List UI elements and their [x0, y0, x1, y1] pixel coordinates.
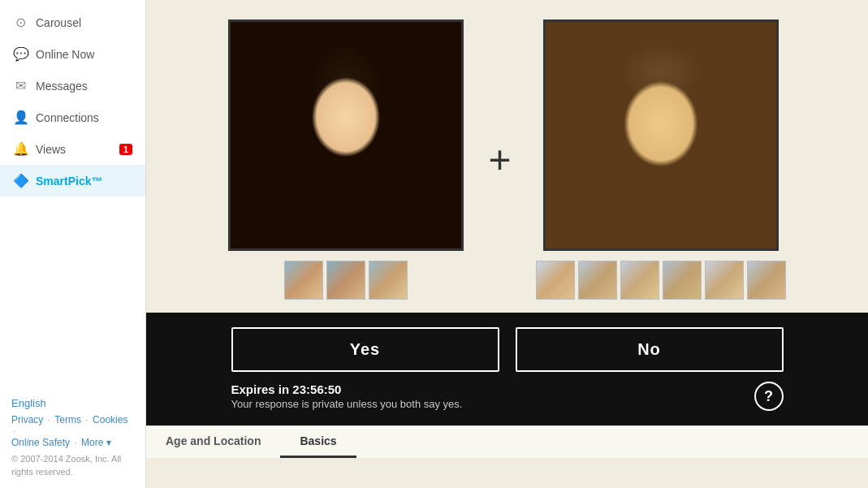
female-photo-image [231, 22, 461, 248]
female-thumb-2[interactable] [326, 261, 365, 300]
nav-item-views[interactable]: 🔔 Views 1 [0, 133, 145, 165]
online-now-icon: 💬 [13, 46, 28, 62]
female-profile-column [228, 19, 464, 300]
male-thumb-2[interactable] [578, 261, 617, 300]
male-main-photo[interactable] [543, 19, 779, 251]
bottom-tabs: Age and Location Basics [146, 425, 868, 458]
action-bar: Yes No Expires in 23:56:50 Your response… [146, 313, 868, 425]
nav-item-smartpick[interactable]: 🔷 SmartPick™ [0, 165, 145, 196]
male-profile-column [536, 19, 786, 300]
cookies-link[interactable]: Cookies [93, 414, 127, 425]
profiles-area: + [146, 0, 868, 313]
female-thumb-3[interactable] [369, 261, 408, 300]
messages-icon: ✉ [13, 78, 28, 93]
male-thumb-4[interactable] [663, 261, 702, 300]
nav-item-connections[interactable]: 👤 Connections [0, 101, 145, 133]
footer-links: Privacy · Terms · Cookies · Online Safet… [11, 414, 134, 448]
male-thumb-6[interactable] [747, 261, 786, 300]
expires-text: Expires in 23:56:50 Your response is pri… [231, 382, 463, 410]
expires-subtitle: Your response is private unless you both… [231, 398, 463, 410]
female-main-photo[interactable] [228, 19, 464, 251]
tab-age-location[interactable]: Age and Location [146, 426, 280, 458]
terms-link[interactable]: Terms [54, 414, 81, 425]
expires-row: Expires in 23:56:50 Your response is pri… [231, 382, 784, 411]
views-badge: 1 [119, 144, 132, 155]
privacy-link[interactable]: Privacy [11, 414, 43, 425]
nav-item-carousel[interactable]: ⊙ Carousel [0, 6, 145, 38]
plus-separator: + [488, 140, 511, 179]
sidebar: ⊙ Carousel 💬 Online Now ✉ Messages 👤 Con… [0, 0, 146, 488]
more-link[interactable]: More ▾ [81, 437, 111, 448]
male-photo-image [546, 22, 776, 248]
female-thumbnail-strip [284, 261, 408, 300]
language-link[interactable]: English [11, 397, 134, 409]
expires-title: Expires in 23:56:50 [231, 382, 463, 396]
connections-icon: 👤 [13, 110, 28, 125]
female-thumb-1[interactable] [284, 261, 323, 300]
male-thumbnail-strip [536, 261, 786, 300]
help-button[interactable]: ? [754, 382, 784, 411]
male-thumb-5[interactable] [705, 261, 744, 300]
yes-no-row: Yes No [231, 327, 784, 372]
male-thumb-3[interactable] [620, 261, 659, 300]
yes-button[interactable]: Yes [231, 327, 499, 372]
online-safety-link[interactable]: Online Safety [11, 437, 70, 448]
sidebar-footer: English Privacy · Terms · Cookies · Onli… [0, 387, 145, 488]
smartpick-icon: 🔷 [13, 173, 28, 188]
no-button[interactable]: No [516, 327, 784, 372]
nav-item-online-now[interactable]: 💬 Online Now [0, 38, 145, 70]
male-thumb-1[interactable] [536, 261, 575, 300]
main-content: + Yes No Expires in 23:56:50 Your [146, 0, 868, 488]
carousel-icon: ⊙ [13, 15, 28, 30]
views-icon: 🔔 [13, 141, 28, 157]
tab-basics[interactable]: Basics [280, 426, 356, 458]
nav-item-messages[interactable]: ✉ Messages [0, 70, 145, 101]
copyright-text: © 2007-2014 Zoosk, Inc. All rights reser… [11, 453, 134, 478]
